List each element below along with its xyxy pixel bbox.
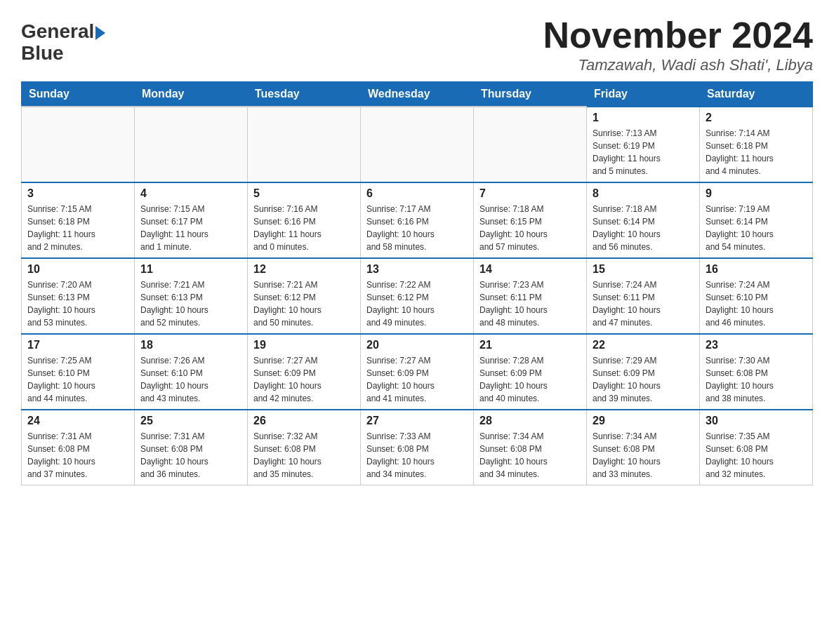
- day-number: 20: [366, 339, 468, 351]
- calendar-cell: 18Sunrise: 7:26 AM Sunset: 6:10 PM Dayli…: [135, 334, 248, 410]
- day-number: 9: [706, 187, 807, 200]
- calendar-cell: 5Sunrise: 7:16 AM Sunset: 6:16 PM Daylig…: [248, 182, 361, 258]
- calendar-cell: 22Sunrise: 7:29 AM Sunset: 6:09 PM Dayli…: [587, 334, 700, 410]
- day-number: 26: [253, 415, 355, 427]
- day-info: Sunrise: 7:27 AM Sunset: 6:09 PM Dayligh…: [366, 354, 468, 405]
- day-number: 25: [140, 415, 241, 427]
- day-number: 1: [593, 112, 694, 124]
- day-number: 30: [706, 415, 807, 427]
- calendar-cell: 29Sunrise: 7:34 AM Sunset: 6:08 PM Dayli…: [587, 410, 700, 485]
- calendar-cell: 8Sunrise: 7:18 AM Sunset: 6:14 PM Daylig…: [587, 182, 700, 258]
- weekday-header-friday: Friday: [587, 82, 700, 107]
- month-title: November 2024: [543, 14, 813, 56]
- day-number: 19: [253, 339, 355, 351]
- calendar-cell: [474, 107, 587, 182]
- calendar-cell: 12Sunrise: 7:21 AM Sunset: 6:12 PM Dayli…: [248, 258, 361, 334]
- day-number: 28: [479, 415, 581, 427]
- day-info: Sunrise: 7:18 AM Sunset: 6:15 PM Dayligh…: [479, 203, 581, 253]
- day-info: Sunrise: 7:16 AM Sunset: 6:16 PM Dayligh…: [253, 203, 355, 253]
- day-number: 5: [253, 187, 355, 200]
- week-row-1: 1Sunrise: 7:13 AM Sunset: 6:19 PM Daylig…: [22, 107, 813, 182]
- weekday-header-saturday: Saturday: [700, 82, 813, 107]
- day-number: 16: [706, 263, 807, 276]
- calendar-cell: [22, 107, 135, 182]
- calendar-cell: 9Sunrise: 7:19 AM Sunset: 6:14 PM Daylig…: [700, 182, 813, 258]
- calendar-cell: 30Sunrise: 7:35 AM Sunset: 6:08 PM Dayli…: [700, 410, 813, 485]
- location-subtitle: Tamzawah, Wadi ash Shati', Libya: [543, 56, 813, 74]
- day-info: Sunrise: 7:34 AM Sunset: 6:08 PM Dayligh…: [479, 430, 581, 481]
- day-info: Sunrise: 7:19 AM Sunset: 6:14 PM Dayligh…: [706, 203, 807, 253]
- day-info: Sunrise: 7:35 AM Sunset: 6:08 PM Dayligh…: [706, 430, 807, 481]
- day-number: 29: [593, 415, 694, 427]
- day-number: 8: [593, 187, 694, 200]
- day-number: 4: [140, 187, 241, 200]
- calendar-cell: 25Sunrise: 7:31 AM Sunset: 6:08 PM Dayli…: [135, 410, 248, 485]
- day-number: 22: [593, 339, 694, 351]
- weekday-header-wednesday: Wednesday: [361, 82, 474, 107]
- calendar-cell: [248, 107, 361, 182]
- page-header: General Blue November 2024 Tamzawah, Wad…: [21, 14, 813, 74]
- day-info: Sunrise: 7:13 AM Sunset: 6:19 PM Dayligh…: [593, 127, 694, 177]
- day-info: Sunrise: 7:31 AM Sunset: 6:08 PM Dayligh…: [27, 430, 128, 481]
- day-info: Sunrise: 7:28 AM Sunset: 6:09 PM Dayligh…: [479, 354, 581, 405]
- day-number: 12: [253, 263, 355, 276]
- day-number: 11: [140, 263, 241, 276]
- logo-arrow-icon: [95, 26, 105, 40]
- day-info: Sunrise: 7:27 AM Sunset: 6:09 PM Dayligh…: [253, 354, 355, 405]
- day-number: 2: [706, 112, 807, 124]
- calendar-cell: 21Sunrise: 7:28 AM Sunset: 6:09 PM Dayli…: [474, 334, 587, 410]
- calendar-cell: 26Sunrise: 7:32 AM Sunset: 6:08 PM Dayli…: [248, 410, 361, 485]
- day-info: Sunrise: 7:18 AM Sunset: 6:14 PM Dayligh…: [593, 203, 694, 253]
- day-info: Sunrise: 7:31 AM Sunset: 6:08 PM Dayligh…: [140, 430, 241, 481]
- day-info: Sunrise: 7:17 AM Sunset: 6:16 PM Dayligh…: [366, 203, 468, 253]
- day-number: 21: [479, 339, 581, 351]
- day-number: 18: [140, 339, 241, 351]
- calendar-cell: [135, 107, 248, 182]
- calendar-cell: 1Sunrise: 7:13 AM Sunset: 6:19 PM Daylig…: [587, 107, 700, 182]
- day-number: 10: [27, 263, 128, 276]
- logo-blue: Blue: [21, 42, 64, 64]
- day-info: Sunrise: 7:32 AM Sunset: 6:08 PM Dayligh…: [253, 430, 355, 481]
- title-block: November 2024 Tamzawah, Wadi ash Shati',…: [543, 14, 813, 74]
- day-number: 24: [27, 415, 128, 427]
- calendar-cell: 6Sunrise: 7:17 AM Sunset: 6:16 PM Daylig…: [361, 182, 474, 258]
- calendar-cell: 10Sunrise: 7:20 AM Sunset: 6:13 PM Dayli…: [22, 258, 135, 334]
- day-number: 27: [366, 415, 468, 427]
- day-info: Sunrise: 7:21 AM Sunset: 6:12 PM Dayligh…: [253, 279, 355, 329]
- day-number: 17: [27, 339, 128, 351]
- calendar-cell: 23Sunrise: 7:30 AM Sunset: 6:08 PM Dayli…: [700, 334, 813, 410]
- calendar-cell: [361, 107, 474, 182]
- weekday-header-tuesday: Tuesday: [248, 82, 361, 107]
- calendar-cell: 27Sunrise: 7:33 AM Sunset: 6:08 PM Dayli…: [361, 410, 474, 485]
- day-number: 13: [366, 263, 468, 276]
- day-info: Sunrise: 7:20 AM Sunset: 6:13 PM Dayligh…: [27, 279, 128, 329]
- week-row-3: 10Sunrise: 7:20 AM Sunset: 6:13 PM Dayli…: [22, 258, 813, 334]
- day-info: Sunrise: 7:26 AM Sunset: 6:10 PM Dayligh…: [140, 354, 241, 405]
- day-info: Sunrise: 7:30 AM Sunset: 6:08 PM Dayligh…: [706, 354, 807, 405]
- week-row-5: 24Sunrise: 7:31 AM Sunset: 6:08 PM Dayli…: [22, 410, 813, 485]
- weekday-header-row: SundayMondayTuesdayWednesdayThursdayFrid…: [22, 82, 813, 107]
- calendar-cell: 11Sunrise: 7:21 AM Sunset: 6:13 PM Dayli…: [135, 258, 248, 334]
- calendar-cell: 24Sunrise: 7:31 AM Sunset: 6:08 PM Dayli…: [22, 410, 135, 485]
- logo-general: General: [21, 21, 94, 43]
- calendar-table: SundayMondayTuesdayWednesdayThursdayFrid…: [21, 81, 813, 485]
- day-info: Sunrise: 7:33 AM Sunset: 6:08 PM Dayligh…: [366, 430, 468, 481]
- calendar-cell: 19Sunrise: 7:27 AM Sunset: 6:09 PM Dayli…: [248, 334, 361, 410]
- calendar-cell: 4Sunrise: 7:15 AM Sunset: 6:17 PM Daylig…: [135, 182, 248, 258]
- calendar-cell: 28Sunrise: 7:34 AM Sunset: 6:08 PM Dayli…: [474, 410, 587, 485]
- day-info: Sunrise: 7:14 AM Sunset: 6:18 PM Dayligh…: [706, 127, 807, 177]
- calendar-cell: 2Sunrise: 7:14 AM Sunset: 6:18 PM Daylig…: [700, 107, 813, 182]
- day-info: Sunrise: 7:23 AM Sunset: 6:11 PM Dayligh…: [479, 279, 581, 329]
- calendar-cell: 15Sunrise: 7:24 AM Sunset: 6:11 PM Dayli…: [587, 258, 700, 334]
- weekday-header-monday: Monday: [135, 82, 248, 107]
- calendar-cell: 3Sunrise: 7:15 AM Sunset: 6:18 PM Daylig…: [22, 182, 135, 258]
- day-number: 15: [593, 263, 694, 276]
- calendar-cell: 20Sunrise: 7:27 AM Sunset: 6:09 PM Dayli…: [361, 334, 474, 410]
- day-number: 3: [27, 187, 128, 200]
- day-info: Sunrise: 7:21 AM Sunset: 6:13 PM Dayligh…: [140, 279, 241, 329]
- calendar-cell: 17Sunrise: 7:25 AM Sunset: 6:10 PM Dayli…: [22, 334, 135, 410]
- week-row-4: 17Sunrise: 7:25 AM Sunset: 6:10 PM Dayli…: [22, 334, 813, 410]
- day-info: Sunrise: 7:25 AM Sunset: 6:10 PM Dayligh…: [27, 354, 128, 405]
- calendar-cell: 7Sunrise: 7:18 AM Sunset: 6:15 PM Daylig…: [474, 182, 587, 258]
- day-info: Sunrise: 7:15 AM Sunset: 6:18 PM Dayligh…: [27, 203, 128, 253]
